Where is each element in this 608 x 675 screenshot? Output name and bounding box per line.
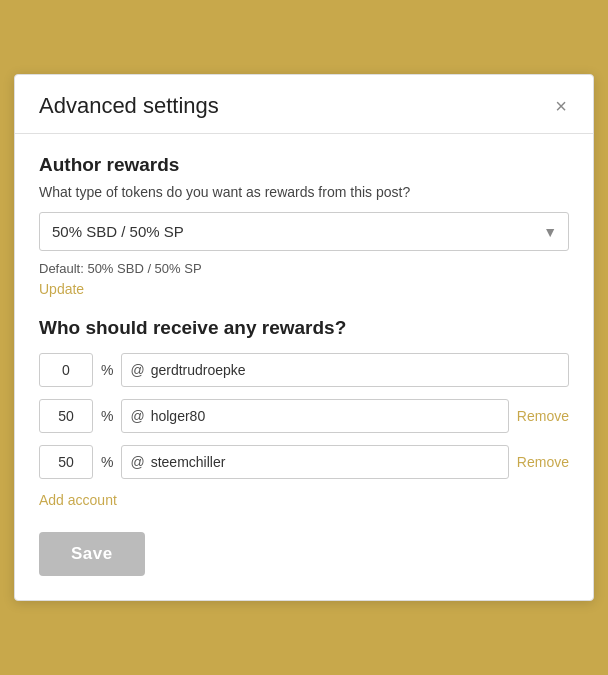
- modal-overlay: Advanced settings × Author rewards What …: [0, 0, 608, 675]
- modal-body: Author rewards What type of tokens do yo…: [15, 134, 593, 600]
- percent-input-1[interactable]: [39, 353, 93, 387]
- add-account-link[interactable]: Add account: [39, 492, 117, 508]
- account-row: % @ Remove: [39, 445, 569, 479]
- rewards-recipients-section: Who should receive any rewards? % @ % @: [39, 317, 569, 532]
- save-button[interactable]: Save: [39, 532, 145, 576]
- reward-type-select[interactable]: 50% SBD / 50% SP 100% SP Decline payout: [39, 212, 569, 251]
- percent-sign-3: %: [101, 454, 113, 470]
- username-input-2[interactable]: [151, 400, 500, 432]
- modal-header: Advanced settings ×: [15, 75, 593, 134]
- footer: Save: [39, 532, 569, 576]
- reward-select-wrapper: 50% SBD / 50% SP 100% SP Decline payout …: [39, 212, 569, 251]
- author-rewards-description: What type of tokens do you want as rewar…: [39, 184, 569, 200]
- remove-button-3[interactable]: Remove: [517, 454, 569, 470]
- percent-input-2[interactable]: [39, 399, 93, 433]
- author-rewards-title: Author rewards: [39, 154, 569, 176]
- at-symbol-3: @: [130, 454, 144, 470]
- at-input-wrapper-3: @: [121, 445, 508, 479]
- username-input-3[interactable]: [151, 446, 500, 478]
- modal-title: Advanced settings: [39, 93, 219, 119]
- account-row: % @ Remove: [39, 399, 569, 433]
- remove-button-2[interactable]: Remove: [517, 408, 569, 424]
- at-symbol-1: @: [130, 362, 144, 378]
- at-symbol-2: @: [130, 408, 144, 424]
- at-input-wrapper-1: @: [121, 353, 569, 387]
- at-input-wrapper-2: @: [121, 399, 508, 433]
- percent-sign-1: %: [101, 362, 113, 378]
- author-rewards-section: Author rewards What type of tokens do yo…: [39, 154, 569, 317]
- percent-input-3[interactable]: [39, 445, 93, 479]
- default-reward-text: Default: 50% SBD / 50% SP: [39, 261, 569, 276]
- update-link[interactable]: Update: [39, 281, 84, 297]
- modal-dialog: Advanced settings × Author rewards What …: [14, 74, 594, 601]
- percent-sign-2: %: [101, 408, 113, 424]
- account-row: % @: [39, 353, 569, 387]
- close-button[interactable]: ×: [553, 96, 569, 116]
- username-input-1[interactable]: [151, 354, 560, 386]
- rewards-recipients-title: Who should receive any rewards?: [39, 317, 569, 339]
